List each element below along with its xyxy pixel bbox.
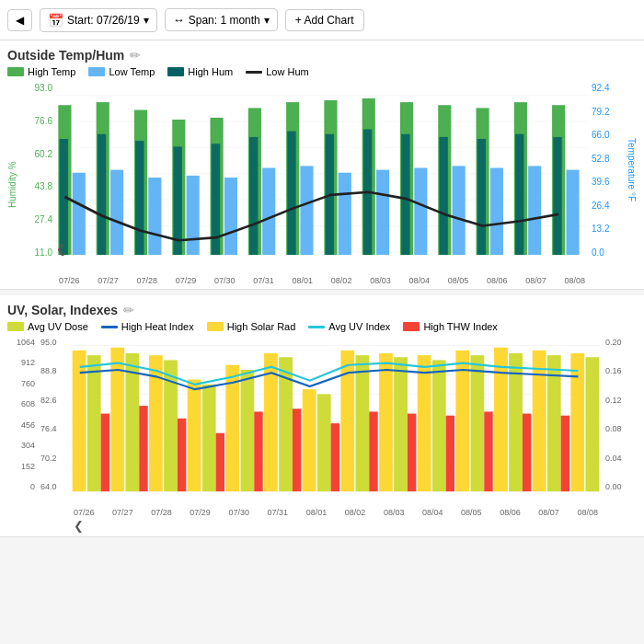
svg-rect-62 xyxy=(303,389,316,491)
svg-rect-73 xyxy=(202,385,216,491)
chart2-section: UV, Solar, Indexes ✏ Avg UV Dose High He… xyxy=(0,295,644,537)
svg-rect-27 xyxy=(300,166,313,255)
svg-rect-33 xyxy=(528,166,541,255)
svg-rect-83 xyxy=(586,357,600,491)
high-heat-index-swatch xyxy=(101,326,118,328)
low-hum-label: Low Hum xyxy=(266,66,308,77)
high-solar-rad-label: High Solar Rad xyxy=(227,321,296,332)
high-hum-label: High Hum xyxy=(188,66,233,77)
chart1-canvas: ❮ xyxy=(56,81,588,274)
start-date-label: Start: 07/26/19 xyxy=(67,14,140,27)
svg-rect-25 xyxy=(224,178,237,255)
svg-rect-84 xyxy=(101,414,109,492)
chart1-y-right: 92.479.266.052.839.626.413.20.0 xyxy=(588,81,627,274)
legend-avg-uv-dose: Avg UV Dose xyxy=(7,321,88,332)
svg-rect-89 xyxy=(293,408,301,491)
svg-rect-86 xyxy=(178,419,186,491)
span-picker-button[interactable]: ↔ Span: 1 month ▾ xyxy=(165,8,278,31)
svg-rect-91 xyxy=(369,411,377,491)
calendar-icon: 📅 xyxy=(48,13,63,28)
legend-high-heat-index: High Heat Index xyxy=(101,321,194,332)
chart1-section: Outside Temp/Hum ✏ High Temp Low Temp Hi… xyxy=(0,40,644,290)
svg-rect-74 xyxy=(240,370,254,491)
svg-rect-46 xyxy=(477,139,486,255)
svg-rect-21 xyxy=(73,173,86,255)
high-thw-index-label: High THW Index xyxy=(423,321,498,332)
svg-rect-41 xyxy=(287,132,295,255)
chevron-down-icon: ▾ xyxy=(144,14,149,27)
toolbar: ◀ 📅 Start: 07/26/19 ▾ ↔ Span: 1 month ▾ … xyxy=(0,0,644,40)
svg-rect-32 xyxy=(490,168,503,256)
svg-rect-22 xyxy=(110,170,123,255)
svg-rect-85 xyxy=(139,406,147,491)
svg-rect-31 xyxy=(453,166,466,255)
svg-rect-77 xyxy=(356,355,370,491)
svg-rect-80 xyxy=(471,355,485,491)
svg-rect-36 xyxy=(98,134,106,255)
svg-rect-93 xyxy=(446,416,454,491)
svg-rect-45 xyxy=(439,137,447,255)
chart2-title-row: UV, Solar, Indexes ✏ xyxy=(7,303,637,317)
chart1-y-right-label: Temperature °F xyxy=(627,81,637,274)
high-solar-rad-swatch xyxy=(207,322,224,331)
legend-low-temp: Low Temp xyxy=(88,66,155,77)
svg-rect-23 xyxy=(148,178,161,255)
svg-rect-67 xyxy=(494,348,508,491)
svg-rect-88 xyxy=(254,411,262,491)
chart2-x-axis: 07/2607/2707/2807/2907/3007/3108/0108/02… xyxy=(7,508,637,517)
svg-rect-47 xyxy=(515,134,523,255)
svg-rect-87 xyxy=(216,433,224,491)
add-chart-button[interactable]: + Add Chart xyxy=(285,9,364,31)
svg-rect-37 xyxy=(135,141,144,255)
date-picker-button[interactable]: 📅 Start: 07/26/19 ▾ xyxy=(40,8,157,32)
svg-rect-92 xyxy=(408,414,416,492)
chart2-y-temp: 95.088.882.676.470.264.0 xyxy=(39,336,70,506)
chart2-edit-icon[interactable]: ✏ xyxy=(123,303,134,317)
svg-rect-95 xyxy=(523,414,531,492)
span-icon: ↔ xyxy=(173,13,185,27)
legend-avg-uv-index: Avg UV Index xyxy=(308,321,390,332)
svg-rect-44 xyxy=(401,134,409,255)
svg-rect-34 xyxy=(566,170,579,255)
chart2-y-solar: 10649127606084563041520 xyxy=(7,336,39,506)
svg-rect-28 xyxy=(339,173,351,255)
chart1-legend: High Temp Low Temp High Hum Low Hum xyxy=(7,66,637,77)
legend-low-hum: Low Hum xyxy=(246,66,308,77)
high-temp-swatch xyxy=(7,67,24,76)
chart1-title-row: Outside Temp/Hum ✏ xyxy=(7,48,637,63)
chart2-y-uv: 0.200.160.120.080.040.00 xyxy=(602,336,637,506)
chart1-title: Outside Temp/Hum xyxy=(7,48,124,63)
chart1-edit-icon[interactable]: ✏ xyxy=(130,48,141,63)
svg-rect-26 xyxy=(262,168,275,256)
chart1-nav-arrow[interactable]: ❮ xyxy=(56,242,66,256)
span-label: Span: 1 month xyxy=(189,14,260,27)
chart2-area: 10649127606084563041520 95.088.882.676.4… xyxy=(7,336,637,506)
svg-rect-90 xyxy=(331,423,339,491)
chart1-y-left: 93.076.660.243.827.411.0 xyxy=(17,81,56,274)
svg-rect-24 xyxy=(187,176,200,255)
chart2-nav-arrow[interactable]: ❮ xyxy=(7,519,637,533)
svg-rect-68 xyxy=(533,351,546,491)
legend-high-solar-rad: High Solar Rad xyxy=(207,321,296,332)
avg-uv-dose-swatch xyxy=(7,322,24,331)
chart2-title: UV, Solar, Indexes xyxy=(7,303,118,317)
high-hum-swatch xyxy=(167,67,184,76)
chart1-area: Humidity % 93.076.660.243.827.411.0 xyxy=(7,81,637,274)
add-chart-label: + Add Chart xyxy=(295,14,354,27)
svg-rect-70 xyxy=(87,355,101,491)
chart2-legend: Avg UV Dose High Heat Index High Solar R… xyxy=(7,321,637,332)
legend-high-hum: High Hum xyxy=(167,66,233,77)
svg-rect-30 xyxy=(414,168,427,256)
svg-rect-66 xyxy=(455,351,469,491)
svg-rect-64 xyxy=(379,353,393,491)
avg-uv-dose-label: Avg UV Dose xyxy=(28,321,88,332)
svg-rect-59 xyxy=(188,380,201,492)
low-temp-label: Low Temp xyxy=(109,66,155,77)
svg-rect-65 xyxy=(418,355,431,491)
avg-uv-index-swatch xyxy=(308,326,325,328)
chart1-y-left-label: Humidity % xyxy=(7,81,17,274)
nav-left-button[interactable]: ◀ xyxy=(7,9,32,31)
svg-rect-69 xyxy=(570,353,584,491)
chevron-down-icon2: ▾ xyxy=(264,14,270,27)
low-temp-swatch xyxy=(88,67,105,76)
